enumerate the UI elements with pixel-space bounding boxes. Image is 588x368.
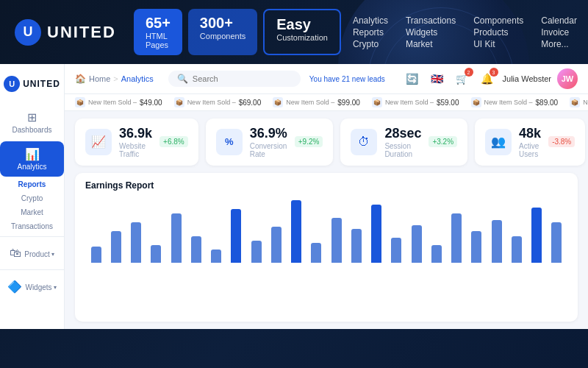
refresh-button[interactable]: 🔄 (403, 69, 422, 88)
chart-title: Earnings Report (85, 180, 567, 191)
chart-bar (471, 231, 481, 263)
stat-card-users: 👥 48k Active Users -3.8% (475, 118, 585, 166)
nav-analytics[interactable]: Analytics (353, 15, 388, 26)
leads-badge: You have 21 new leads (309, 75, 385, 83)
nav-market[interactable]: Market (406, 39, 456, 49)
sidebar-sub-market[interactable]: Market (0, 205, 64, 219)
breadcrumb: 🏠 Home > Analytics (75, 74, 154, 84)
user-name: Julia Webster (503, 74, 551, 83)
chart-bar (271, 227, 282, 263)
sidebar-item-analytics[interactable]: 📊 Analytics (0, 141, 64, 177)
bar-group (148, 245, 164, 263)
sidebar-logo-icon: U (4, 76, 20, 92)
nav-products[interactable]: Products (473, 27, 523, 38)
chart-bar (412, 225, 422, 263)
chart-bar (151, 245, 161, 263)
sidebar-sub-reports[interactable]: Reports (0, 177, 64, 191)
bar-group (509, 236, 524, 263)
sidebar-item-dashboards[interactable]: ⊞ Dashboards (0, 105, 64, 140)
nav-col-4: Calendar Invoice More... (541, 15, 577, 49)
notification-badge: 3 (490, 68, 498, 77)
logo-area: U UNITED (15, 19, 116, 46)
traffic-label: Website Traffic (119, 142, 152, 158)
tick-icon-6: 📦 (570, 97, 580, 107)
bar-group (268, 227, 284, 263)
traffic-value: 36.9k (119, 126, 152, 142)
users-label: Active Users (519, 142, 541, 158)
chart-bar (371, 205, 381, 263)
chart-bar (171, 213, 182, 263)
bar-group (449, 213, 465, 263)
language-button[interactable]: 🇬🇧 (428, 69, 447, 88)
bar-group (309, 243, 324, 263)
ticker-item-3: 📦 New Item Sold – $99.00 (273, 97, 360, 107)
chart-bar (211, 250, 221, 263)
chart-bar (111, 231, 121, 263)
chart-bar (492, 220, 502, 263)
bar-group (469, 231, 484, 263)
users-value: 48k (519, 126, 541, 142)
sidebar-sub-transactions[interactable]: Transactions (0, 219, 64, 233)
chart-area: Earnings Report (75, 173, 578, 322)
stat-card-conversion: % 36.9% Conversion Rate +9.2% (206, 118, 334, 166)
sidebar-item-product[interactable]: 🛍 Product ▾ (0, 241, 64, 266)
bar-group (248, 241, 264, 263)
conversion-icon: % (216, 129, 243, 155)
users-change: -3.8% (548, 136, 575, 147)
nav-components[interactable]: Components (473, 15, 523, 26)
chart-bar (91, 247, 101, 263)
sidebar-group-product: 🛍 Product ▾ (0, 236, 64, 266)
session-value: 28sec (384, 126, 421, 142)
nav-reports[interactable]: Reports (353, 27, 388, 38)
stats-row: 📈 36.9k Website Traffic +6.8% % 36.9% Co… (65, 111, 588, 173)
stat-box-1: 65+ HTML Pages (134, 9, 182, 55)
search-input[interactable] (193, 74, 292, 83)
cart-button[interactable]: 🛒 2 (453, 69, 472, 88)
flag-icon: 🇬🇧 (431, 73, 443, 85)
nav-crypto[interactable]: Crypto (353, 39, 388, 49)
nav-calendar[interactable]: Calendar (541, 15, 577, 26)
nav-transactions[interactable]: Transactions (406, 15, 456, 26)
logo-text: UNITED (47, 23, 116, 42)
ticker-item-2: 📦 New Item Sold – $69.00 (174, 97, 262, 107)
bar-group (188, 236, 204, 263)
bar-group (129, 222, 144, 263)
sidebar-item-widgets[interactable]: 🔷 Widgets ▾ (0, 274, 64, 300)
chart-bar (512, 236, 522, 263)
bar-group (289, 200, 304, 263)
breadcrumb-sep: > (113, 74, 118, 83)
nav-uikit[interactable]: UI Kit (473, 39, 523, 49)
session-change: +3.2% (429, 136, 457, 147)
nav-widgets[interactable]: Widgets (406, 27, 456, 38)
tick-icon-2: 📦 (174, 97, 184, 107)
sidebar: U UNITED ⊞ Dashboards 📊 Analytics Report… (0, 64, 65, 329)
nav-links: Analytics Reports Crypto Transactions Wi… (353, 15, 577, 49)
stat-card-traffic: 📈 36.9k Website Traffic +6.8% (75, 118, 198, 166)
cart-badge: 2 (465, 68, 473, 77)
bar-group (369, 205, 384, 263)
sidebar-analytics-label: Analytics (17, 163, 46, 171)
chart-bar (431, 245, 442, 263)
bar-group (429, 245, 444, 263)
bar-group (329, 218, 344, 263)
stat-box-2: 300+ Components (188, 9, 257, 55)
user-avatar[interactable]: JW (557, 68, 578, 89)
session-icon: ⏱ (351, 129, 377, 155)
sidebar-logo: U UNITED (1, 70, 63, 98)
chart-bar (451, 213, 462, 263)
nav-col-3: Components Products UI Kit (473, 15, 523, 49)
nav-invoice[interactable]: Invoice (541, 27, 577, 38)
product-icon: 🛍 (10, 247, 21, 260)
search-bar[interactable]: 🔍 (168, 71, 301, 87)
sidebar-group-widgets: 🔷 Widgets ▾ (0, 269, 64, 300)
chart-icon: 📊 (25, 147, 40, 161)
conversion-info: 36.9% Conversion Rate (250, 126, 287, 158)
notification-button[interactable]: 🔔 3 (478, 69, 497, 88)
sidebar-sub-crypto[interactable]: Crypto (0, 191, 64, 205)
chevron-down-icon: ▾ (54, 284, 57, 291)
chart-bar (311, 243, 321, 263)
nav-more[interactable]: More... (541, 39, 577, 49)
ticker-item-1: 📦 New Item Sold – $49.00 (75, 97, 162, 107)
sidebar-dashboards-label: Dashboards (12, 126, 52, 134)
breadcrumb-home: Home (89, 74, 110, 83)
